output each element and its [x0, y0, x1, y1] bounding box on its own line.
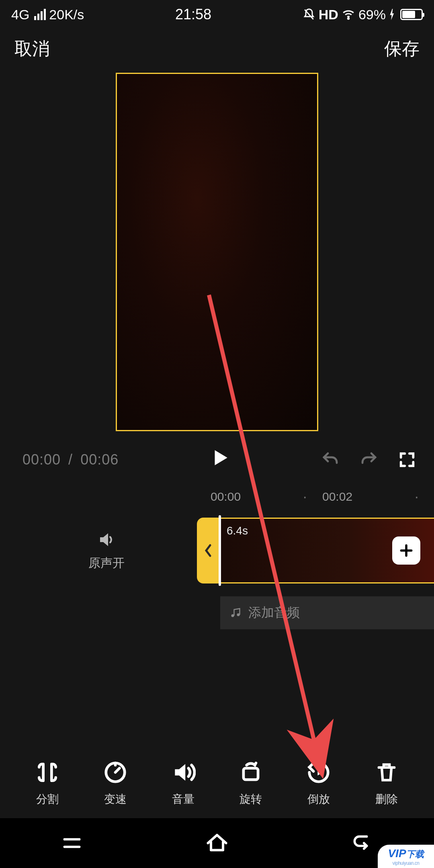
undo-button[interactable]	[321, 450, 340, 469]
volume-tool-icon	[171, 760, 196, 784]
reverse-icon	[306, 760, 331, 784]
nav-back-button[interactable]	[351, 832, 373, 854]
sound-label: 原声开	[88, 555, 125, 571]
split-icon	[35, 760, 60, 784]
save-button[interactable]: 保存	[384, 37, 420, 61]
svg-point-0	[348, 18, 349, 19]
signal-icon	[34, 9, 46, 20]
network-label: 4G	[11, 7, 29, 23]
charging-icon	[389, 9, 395, 20]
network-speed: 20K/s	[49, 7, 84, 23]
timeline[interactable]: 00:00 · 00:02 · 原声开 6.4s	[0, 485, 434, 694]
ruler-tick: 00:02	[322, 490, 399, 504]
tool-delete[interactable]: 删除	[360, 760, 413, 807]
time-display: 00:00 / 00:06	[23, 451, 119, 468]
tool-reverse[interactable]: 倒放	[293, 760, 345, 807]
tool-rotate[interactable]: 旋转	[225, 760, 277, 807]
trash-icon	[375, 760, 398, 784]
clip-left-handle[interactable]	[197, 518, 219, 583]
system-nav-bar	[0, 818, 434, 868]
time-ruler: 00:00 · 00:02 ·	[0, 485, 434, 509]
volume-icon	[97, 530, 116, 549]
cancel-button[interactable]: 取消	[14, 37, 50, 61]
clock: 21:58	[175, 6, 211, 23]
redo-button[interactable]	[359, 450, 379, 469]
add-clip-button[interactable]	[392, 536, 420, 565]
nav-home-button[interactable]	[205, 831, 229, 855]
status-bar: 4G 20K/s 21:58 HD 69%	[0, 0, 434, 29]
music-icon	[230, 607, 241, 618]
clip-duration: 6.4s	[227, 524, 248, 537]
tool-split[interactable]: 分割	[21, 760, 74, 807]
play-button[interactable]	[210, 446, 230, 473]
nav-recents-button[interactable]	[61, 832, 83, 854]
battery-pct: 69%	[358, 7, 386, 23]
fullscreen-button[interactable]	[398, 450, 416, 469]
tool-bar: 分割 变速 音量 旋转 倒放	[0, 760, 434, 818]
add-audio-button[interactable]: 添加音频	[220, 596, 434, 629]
hd-label: HD	[319, 7, 338, 23]
video-preview[interactable]	[116, 73, 318, 431]
dnd-icon	[303, 8, 315, 21]
wifi-icon	[342, 8, 355, 21]
playhead[interactable]	[219, 515, 221, 586]
editor-header: 取消 保存	[0, 29, 434, 69]
playback-controls: 00:00 / 00:06	[0, 431, 434, 481]
video-clip[interactable]: 6.4s	[219, 518, 434, 583]
tool-volume[interactable]: 音量	[157, 760, 209, 807]
svg-rect-2	[244, 768, 258, 780]
ruler-tick: 00:00	[211, 490, 288, 504]
rotate-icon	[238, 760, 263, 784]
battery-icon	[400, 9, 423, 20]
tool-speed[interactable]: 变速	[89, 760, 141, 807]
original-sound-toggle[interactable]: 原声开	[0, 530, 213, 571]
speed-icon	[103, 760, 128, 784]
add-audio-label: 添加音频	[248, 604, 300, 622]
